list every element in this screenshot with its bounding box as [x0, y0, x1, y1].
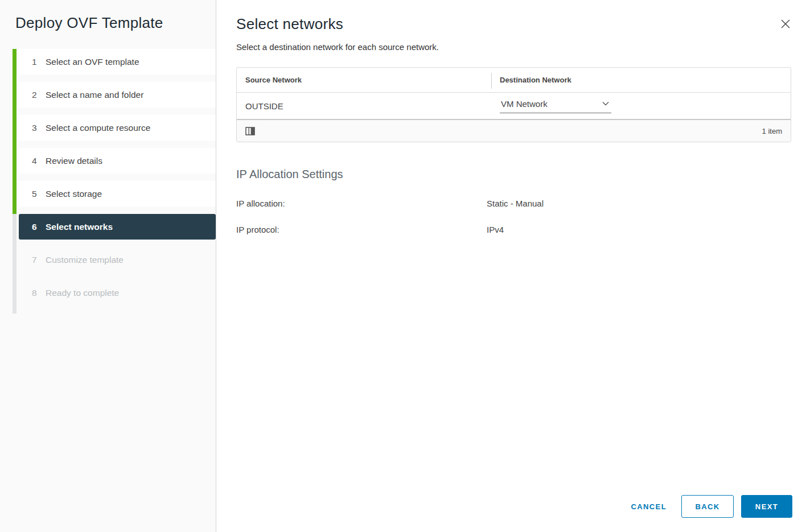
ip-protocol-value: IPv4: [487, 225, 504, 234]
step-label: Select a name and folder: [46, 90, 143, 100]
step-label: Select networks: [46, 222, 113, 232]
step-number: 8: [32, 288, 46, 298]
page-title: Select networks: [236, 15, 791, 33]
page-subtitle: Select a destination network for each so…: [236, 42, 791, 52]
cancel-button[interactable]: CANCEL: [631, 502, 667, 511]
source-network-cell: OUTSIDE: [237, 101, 491, 111]
back-button[interactable]: BACK: [681, 495, 734, 518]
wizard-title: Deploy OVF Template: [15, 14, 216, 32]
sidebar-step-customize-template: 7 Customize template: [19, 247, 216, 273]
step-number: 2: [32, 90, 46, 100]
step-label: Ready to complete: [46, 288, 119, 298]
column-picker-icon: [245, 127, 255, 135]
table-header-row: Source Network Destination Network: [237, 68, 791, 92]
sidebar-step-review-details[interactable]: 4 Review details: [19, 148, 216, 174]
step-progress-track: [13, 214, 17, 314]
step-label: Select storage: [46, 189, 102, 199]
step-label: Select a compute resource: [46, 123, 150, 133]
close-icon: [779, 18, 792, 30]
wizard-actions: CANCEL BACK NEXT: [631, 495, 792, 518]
step-label: Customize template: [46, 255, 124, 265]
step-number: 5: [32, 189, 46, 199]
sidebar-step-select-compute-resource[interactable]: 3 Select a compute resource: [19, 115, 216, 141]
ip-allocation-section-title: IP Allocation Settings: [236, 168, 791, 181]
step-number: 6: [32, 222, 46, 232]
chevron-down-icon: [602, 101, 609, 106]
destination-network-select[interactable]: VM Network: [500, 99, 611, 113]
wizard-sidebar: Deploy OVF Template 1 Select an OVF temp…: [0, 0, 216, 532]
column-picker-button[interactable]: [245, 127, 255, 135]
item-count: 1 item: [762, 127, 782, 135]
table-row: OUTSIDE VM Network: [237, 92, 791, 119]
sidebar-step-select-ovf-template[interactable]: 1 Select an OVF template: [19, 49, 216, 75]
sidebar-step-select-storage[interactable]: 5 Select storage: [19, 181, 216, 207]
step-progress-bar: [13, 49, 17, 214]
table-footer: 1 item: [237, 119, 791, 142]
step-number: 1: [32, 57, 46, 67]
close-button[interactable]: [778, 17, 793, 31]
next-button[interactable]: NEXT: [741, 495, 792, 518]
ip-allocation-row: IP allocation: Static - Manual: [236, 199, 791, 208]
destination-network-value: VM Network: [501, 99, 548, 109]
wizard-content-panel: Select networks Select a destination net…: [217, 0, 806, 532]
column-header-source-network: Source Network: [237, 76, 491, 84]
step-number: 4: [32, 156, 46, 166]
step-label: Review details: [46, 156, 102, 166]
sidebar-step-ready-to-complete: 8 Ready to complete: [19, 280, 216, 306]
destination-network-cell: VM Network: [491, 99, 791, 113]
sidebar-step-select-networks[interactable]: 6 Select networks: [19, 214, 216, 240]
ip-allocation-label: IP allocation:: [236, 199, 487, 208]
ip-protocol-label: IP protocol:: [236, 225, 487, 234]
column-divider: [491, 73, 492, 89]
ip-protocol-row: IP protocol: IPv4: [236, 225, 791, 234]
step-label: Select an OVF template: [46, 57, 139, 67]
sidebar-step-select-name-folder[interactable]: 2 Select a name and folder: [19, 82, 216, 108]
ip-allocation-value: Static - Manual: [487, 199, 544, 208]
step-number: 7: [32, 255, 46, 265]
wizard-steps: 1 Select an OVF template 2 Select a name…: [0, 49, 216, 314]
column-header-destination-network: Destination Network: [491, 76, 791, 84]
step-number: 3: [32, 123, 46, 133]
network-mapping-table: Source Network Destination Network OUTSI…: [236, 67, 791, 142]
